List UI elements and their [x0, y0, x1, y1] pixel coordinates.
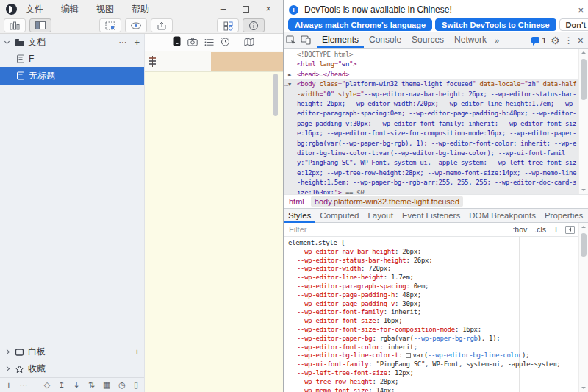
css-property[interactable]: --wp-ui-font-family: "PingFang SC", WP-F…	[288, 360, 578, 369]
more-tabs-icon[interactable]: »	[492, 36, 502, 45]
tab-properties[interactable]: Properties	[540, 209, 587, 223]
tab-styles[interactable]: Styles	[284, 209, 315, 223]
dom-tree-scrollbar[interactable]	[578, 49, 588, 194]
more-button[interactable]: ⋯	[20, 381, 28, 389]
menu-item[interactable]: 文件	[24, 1, 45, 17]
toggle-hover-button[interactable]: :hov	[509, 225, 531, 234]
screenshot-button[interactable]	[99, 18, 121, 32]
dom-tree-node[interactable]: <!DOCTYPE html>	[297, 50, 578, 60]
move-top-icon[interactable]: ↥	[58, 381, 65, 389]
note-scrollbar[interactable]	[273, 74, 278, 116]
dock-sidebar-icon[interactable]	[565, 226, 575, 234]
css-property[interactable]: --wp-editor-paper-bg: rgba(var(--wp-pape…	[288, 335, 578, 343]
menu-item[interactable]: 编辑	[60, 1, 80, 17]
css-property[interactable]: --wp-editor-paragraph-spacing: 0em;	[288, 282, 578, 291]
expanded-arrow-icon[interactable]: ▼	[288, 80, 291, 90]
scroll-thumb[interactable]	[581, 59, 587, 100]
css-property[interactable]: --wp-editor-width: 720px;	[288, 265, 578, 274]
issues-badge[interactable]: 1	[531, 36, 546, 45]
styles-scrollbar[interactable]	[578, 223, 588, 392]
camera-icon[interactable]	[187, 36, 198, 49]
inspect-element-button[interactable]	[284, 33, 298, 48]
add-icon[interactable]: +	[134, 37, 140, 48]
tab-elements[interactable]: Elements	[317, 32, 364, 48]
scroll-up-icon[interactable]	[581, 51, 586, 54]
chevron-down-icon[interactable]	[4, 39, 10, 44]
chevron-right-icon[interactable]	[4, 349, 10, 354]
more-icon[interactable]: ⋯	[118, 38, 127, 47]
banner-close-icon[interactable]: ×	[578, 5, 584, 15]
maximize-button[interactable]	[243, 6, 249, 13]
css-property[interactable]: --wp-editor-line-height: 1.7em;	[288, 274, 578, 282]
tab-layout[interactable]: Layout	[363, 209, 398, 223]
css-property[interactable]: --wp-editor-status-bar-height: 26px;	[288, 257, 578, 266]
dom-tree-node[interactable]: …▼<body class="platform-win32 theme-ligh…	[284, 79, 578, 194]
sort-icon[interactable]: ⇅	[88, 381, 95, 389]
kebab-menu-icon[interactable]: ⋮	[564, 36, 573, 45]
move-bottom-icon[interactable]: ↧	[73, 381, 79, 389]
diamond-icon[interactable]: ◇	[44, 381, 50, 389]
css-property[interactable]: --wp-editor-nav-bar-height: 26px;	[288, 248, 578, 257]
share-button[interactable]	[151, 18, 173, 32]
scroll-up-icon[interactable]	[581, 226, 586, 228]
css-property[interactable]: --wp-editor-font-color: inherit;	[288, 343, 578, 352]
sidebar-section-favorites[interactable]: 收藏	[0, 360, 144, 377]
add-icon[interactable]: +	[134, 346, 140, 357]
always-match-language-button[interactable]: Always match Chrome's language	[288, 18, 432, 31]
dom-tree-node[interactable]: ▶<head>…</head>	[297, 70, 578, 79]
css-property[interactable]: --wp-editor-font-family: inherit;	[288, 308, 578, 317]
scroll-down-icon[interactable]	[581, 387, 586, 389]
tab-console[interactable]: Console	[364, 32, 406, 48]
close-button[interactable]: ×	[264, 4, 273, 13]
sidebar-section-whiteboard[interactable]: 白板 +	[0, 343, 144, 360]
tab-computed[interactable]: Computed	[315, 209, 363, 223]
tab-sources[interactable]: Sources	[406, 32, 449, 48]
menu-item[interactable]: 视图	[95, 1, 115, 17]
breadcrumb-html[interactable]: html	[289, 197, 304, 206]
css-property[interactable]: --wp-editor-page-padding-h: 48px;	[288, 291, 578, 300]
note-editor-area[interactable]	[145, 71, 283, 392]
preview-button[interactable]	[125, 18, 147, 32]
dark-card-icon[interactable]	[173, 36, 181, 49]
minimize-button[interactable]: –	[219, 4, 228, 13]
kanban-view-button[interactable]	[4, 18, 26, 32]
device-toolbar-button[interactable]	[298, 33, 313, 48]
devtools-close-icon[interactable]: ×	[578, 36, 584, 45]
alarm-clock-icon[interactable]	[220, 36, 230, 49]
css-property[interactable]: --wp-memo-font-size: 14px;	[288, 387, 578, 392]
info-button[interactable]	[243, 18, 265, 32]
tab-dom-breakpoints[interactable]: DOM Breakpoints	[465, 209, 540, 223]
dom-tree-node[interactable]: <html lang="en">	[297, 60, 578, 69]
chevron-right-icon[interactable]	[4, 366, 10, 371]
sidebar-section-documents[interactable]: 文档 ⋯ +	[0, 34, 144, 51]
css-selector[interactable]: element.style {	[288, 239, 578, 248]
switch-to-chinese-button[interactable]: Switch DevTools to Chinese	[435, 18, 556, 31]
color-swatch-icon[interactable]	[406, 353, 411, 358]
breadcrumb-body[interactable]: body.platform-win32.theme-light.focused	[311, 196, 463, 207]
css-property[interactable]: --wp-editor-bg-line-color-t: var(--wp-ed…	[288, 352, 578, 360]
dont-show-again-button[interactable]: Don't show again	[559, 18, 588, 31]
apps-grid-button[interactable]	[217, 18, 239, 32]
css-property[interactable]: --wp-left-tree-font-size: 12px;	[288, 369, 578, 378]
collapsed-arrow-icon[interactable]: ▶	[288, 71, 291, 80]
filter-input[interactable]	[289, 225, 509, 234]
css-property[interactable]: --wp-editor-font-size: 16px;	[288, 317, 578, 326]
new-style-rule-button[interactable]: +	[550, 224, 562, 235]
add-note-button[interactable]: +	[6, 380, 12, 390]
css-property[interactable]: --wp-editor-page-padding-v: 30px;	[288, 300, 578, 309]
toggle-class-button[interactable]: .cls	[531, 225, 550, 234]
sidebar-toggle-button[interactable]	[29, 18, 51, 32]
trash-icon[interactable]: ▯	[134, 381, 138, 389]
css-property[interactable]: --wp-editor-font-size-for-composition-mo…	[288, 326, 578, 335]
recent-icon[interactable]: ◷	[118, 381, 126, 389]
stats-icon[interactable]: ▦	[103, 381, 110, 389]
sidebar-item-f[interactable]: F	[0, 51, 144, 67]
sidebar-item-untitled[interactable]: 无标题	[0, 67, 144, 85]
settings-gear-icon[interactable]: ⚙	[551, 36, 560, 45]
scroll-thumb[interactable]	[581, 233, 587, 257]
tab-event-listeners[interactable]: Event Listeners	[398, 209, 465, 223]
list-icon[interactable]	[204, 36, 214, 49]
tab-network[interactable]: Network	[449, 32, 492, 48]
map-icon[interactable]	[244, 36, 254, 49]
css-property[interactable]: --wp-tree-row-height: 28px;	[288, 378, 578, 387]
